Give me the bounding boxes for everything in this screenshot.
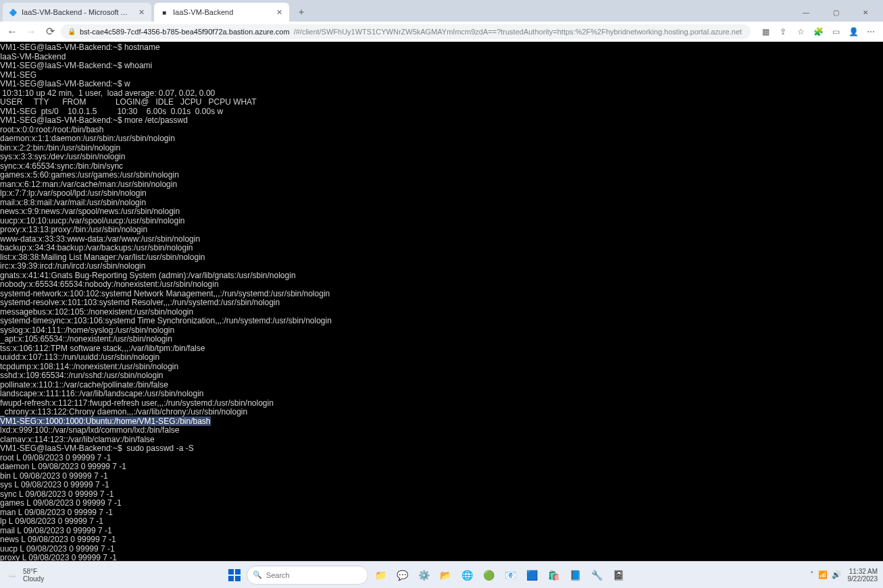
terminal-line: VM1-SEG@IaaS-VM-Backend:~$ hostname	[0, 43, 883, 53]
terminal-line: uucp L 09/08/2023 0 99999 7 -1	[0, 545, 883, 554]
terminal-line: 10:31:10 up 42 min, 1 user, load average…	[0, 89, 883, 99]
terminal-line: nobody:x:65534:65534:nobody:/nonexistent…	[0, 280, 883, 290]
close-window-button[interactable]: ✕	[851, 3, 880, 22]
app-launcher-icon[interactable]: ▦	[757, 24, 774, 40]
terminal-line: VM1-SEG@IaaS-VM-Backend:~$ w	[0, 80, 883, 89]
forward-button[interactable]: →	[23, 24, 39, 40]
terminal-line: bin:x:2:2:bin:/bin:/usr/sbin/nologin	[0, 144, 883, 153]
terminal-line: _apt:x:105:65534::/nonexistent:/usr/sbin…	[0, 335, 883, 344]
terminal-line: landscape:x:111:116::/var/lib/landscape:…	[0, 390, 883, 399]
terminal-line: backup:x:34:34:backup:/var/backups:/usr/…	[0, 244, 883, 253]
collections-icon[interactable]: ▭	[828, 24, 844, 40]
system-tray[interactable]: ˄ 📶 🔊	[810, 570, 841, 579]
taskbar: ☁️ 58°F Cloudy 🔍 Search 📁💬⚙️📂🌐🟢📧🟦🛍️📘🔧📓 ˄…	[0, 561, 883, 588]
terminal-line: messagebus:x:102:105::/nonexistent:/usr/…	[0, 308, 883, 317]
sound-icon[interactable]: 🔊	[832, 570, 841, 579]
terminal-line: tcpdump:x:108:114::/nonexistent:/usr/sbi…	[0, 363, 883, 372]
clock-time: 11:32 AM	[848, 568, 878, 575]
tab-close-icon[interactable]: ✕	[136, 7, 146, 17]
terminal-line: clamav:x:114:123::/var/lib/clamav:/bin/f…	[0, 435, 883, 445]
weather-desc: Cloudy	[23, 575, 44, 583]
back-button[interactable]: ←	[4, 24, 20, 40]
taskbar-app-5[interactable]: 🟢	[479, 565, 499, 585]
tab-title: IaaS-VM-Backend - Microsoft Azure	[22, 8, 132, 16]
bookmark-star-icon[interactable]: ☆	[792, 24, 809, 40]
terminal-line: man L 09/08/2023 0 99999 7 -1	[0, 508, 883, 518]
start-button[interactable]	[225, 566, 244, 585]
more-menu-icon[interactable]: ⋯	[863, 24, 879, 40]
share-icon[interactable]: ⇪	[775, 24, 791, 40]
taskbar-app-6[interactable]: 📧	[501, 565, 521, 585]
tab-bar: 🔷IaaS-VM-Backend - Microsoft Azure✕■IaaS…	[0, 0, 883, 22]
terminal-line: _chrony:x:113:122:Chrony daemon,,,:/var/…	[0, 408, 883, 417]
terminal-line: pollinate:x:110:1::/var/cache/pollinate:…	[0, 381, 883, 390]
taskbar-app-4[interactable]: 🌐	[457, 565, 478, 585]
terminal-line: root L 09/08/2023 0 99999 7 -1	[0, 454, 883, 463]
taskbar-app-10[interactable]: 🔧	[587, 565, 607, 585]
clock-date: 9/22/2023	[848, 575, 878, 583]
lock-icon: 🔒	[68, 28, 76, 35]
url-input[interactable]: 🔒 bst-cae4c589-7cdf-4356-b785-bea45f90f7…	[61, 24, 751, 39]
terminal-line: USER TTY FROM LOGIN@ IDLE JCPU PCPU WHAT	[0, 98, 883, 107]
taskbar-right: ˄ 📶 🔊 11:32 AM 9/22/2023	[810, 568, 878, 583]
wifi-icon[interactable]: 📶	[818, 570, 828, 579]
svg-rect-1	[235, 569, 241, 574]
taskbar-app-0[interactable]: 📁	[371, 565, 391, 585]
terminal-line: mail:x:8:8:mail:/var/mail:/usr/sbin/nolo…	[0, 198, 883, 208]
terminal-line: VM1-SEG@IaaS-VM-Backend:~$ sudo passwd -…	[0, 444, 883, 454]
url-host: bst-cae4c589-7cdf-4356-b785-bea45f90f72a…	[80, 28, 290, 36]
address-bar: ← → ⟳ 🔒 bst-cae4c589-7cdf-4356-b785-bea4…	[0, 22, 883, 42]
tray-chevron-icon[interactable]: ˄	[810, 570, 814, 579]
tab-title: IaaS-VM-Backend	[173, 8, 270, 16]
terminal-line: sync L 09/08/2023 0 99999 7 -1	[0, 490, 883, 500]
terminal-line: games L 09/08/2023 0 99999 7 -1	[0, 499, 883, 508]
taskbar-app-9[interactable]: 📘	[565, 565, 586, 585]
terminal-line: systemd-resolve:x:101:103:systemd Resolv…	[0, 298, 883, 308]
extensions-icon[interactable]: 🧩	[810, 24, 826, 40]
url-path: /#/client/SWFhUy1WTS1CYWNrZW5kAGMAYmImcm…	[294, 28, 742, 36]
terminal-line: proxy L 09/08/2023 0 99999 7 -1	[0, 554, 883, 561]
taskbar-app-1[interactable]: 💬	[393, 565, 413, 585]
terminal-line: uucp:x:10:10:uucp:/var/spool/uucp:/usr/s…	[0, 217, 883, 226]
terminal-line: games:x:5:60:games:/usr/games:/usr/sbin/…	[0, 171, 883, 180]
taskbar-app-8[interactable]: 🛍️	[544, 565, 564, 585]
taskbar-app-3[interactable]: 📂	[436, 565, 456, 585]
taskbar-center: 🔍 Search 📁💬⚙️📂🌐🟢📧🟦🛍️📘🔧📓	[44, 565, 809, 585]
tab-close-icon[interactable]: ✕	[274, 7, 284, 17]
new-tab-button[interactable]: ＋	[292, 3, 311, 22]
terminal-line: systemd-network:x:100:102:systemd Networ…	[0, 290, 883, 299]
search-placeholder: Search	[266, 571, 290, 579]
taskbar-app-11[interactable]: 📓	[609, 565, 629, 585]
weather-icon: ☁️	[5, 568, 19, 582]
terminal-line: syslog:x:104:111::/home/syslog:/usr/sbin…	[0, 326, 883, 336]
terminal-viewport[interactable]: VM1-SEG@IaaS-VM-Backend:~$ hostnameIaaS-…	[0, 42, 883, 561]
tab-1[interactable]: ■IaaS-VM-Backend✕	[154, 3, 289, 22]
terminal-line: lp L 09/08/2023 0 99999 7 -1	[0, 517, 883, 527]
taskbar-app-2[interactable]: ⚙️	[414, 565, 434, 585]
terminal-line: list:x:38:38:Mailing List Manager:/var/l…	[0, 253, 883, 263]
terminal-line: VM1-SEG:x:1000:1000:Ubuntu:/home/VM1-SEG…	[0, 417, 883, 427]
terminal-line: IaaS-VM-Backend	[0, 53, 883, 62]
terminal-line: VM1-SEG pts/0 10.0.1.5 10:30 6.00s 0.01s…	[0, 107, 883, 117]
terminal-line: man:x:6:12:man:/var/cache/man:/usr/sbin/…	[0, 180, 883, 190]
svg-rect-3	[235, 576, 241, 581]
reload-button[interactable]: ⟳	[42, 24, 58, 40]
terminal-line: VM1-SEG@IaaS-VM-Backend:~$ more /etc/pas…	[0, 116, 883, 126]
terminal-line: bin L 09/08/2023 0 99999 7 -1	[0, 472, 883, 481]
terminal-line: lxd:x:999:100::/var/snap/lxd/common/lxd:…	[0, 426, 883, 435]
tab-0[interactable]: 🔷IaaS-VM-Backend - Microsoft Azure✕	[3, 3, 151, 22]
terminal-line: systemd-timesync:x:103:106:systemd Time …	[0, 317, 883, 326]
window-controls: — ▢ ✕	[791, 3, 880, 22]
browser-window: 🔷IaaS-VM-Backend - Microsoft Azure✕■IaaS…	[0, 0, 883, 588]
svg-rect-2	[228, 576, 234, 581]
taskbar-apps: 📁💬⚙️📂🌐🟢📧🟦🛍️📘🔧📓	[371, 565, 629, 585]
clock[interactable]: 11:32 AM 9/22/2023	[848, 568, 878, 583]
taskbar-app-7[interactable]: 🟦	[522, 565, 543, 585]
profile-icon[interactable]: 👤	[845, 24, 861, 40]
taskbar-search[interactable]: 🔍 Search	[247, 566, 368, 585]
minimize-button[interactable]: —	[791, 3, 821, 22]
weather-widget[interactable]: ☁️ 58°F Cloudy	[5, 568, 44, 583]
tab-favicon-icon: 🔷	[8, 7, 18, 17]
terminal-line: sys:x:3:3:sys:/dev:/usr/sbin/nologin	[0, 153, 883, 162]
maximize-button[interactable]: ▢	[821, 3, 851, 22]
